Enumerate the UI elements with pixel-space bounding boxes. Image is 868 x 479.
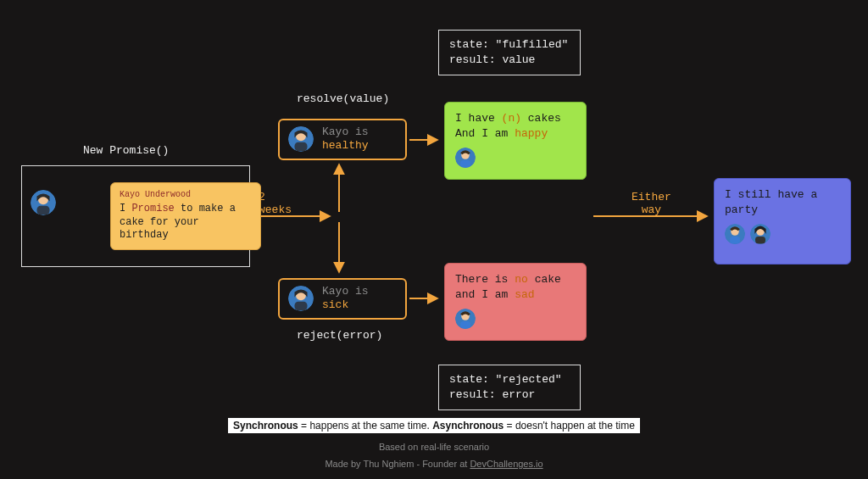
reject-label: reject(error) bbox=[297, 329, 382, 342]
catch-line2: and I am sad bbox=[455, 287, 576, 303]
resolve-label: resolve(value) bbox=[297, 92, 389, 105]
sync-definition: Synchronous = happens at the same time. … bbox=[228, 418, 640, 433]
state-fulfilled-line2: result: value bbox=[449, 53, 570, 68]
promise-speech-bubble: Kayo Underwood I Promise to make a cake … bbox=[110, 182, 261, 250]
state-fulfilled-line1: state: "fulfilled" bbox=[449, 37, 570, 53]
speaker-name: Kayo Underwood bbox=[120, 190, 252, 199]
promise-text: I Promise to make a cake for your birthd… bbox=[120, 203, 252, 242]
new-promise-title: New Promise() bbox=[83, 144, 169, 157]
footer: Synchronous = happens at the same time. … bbox=[0, 418, 868, 469]
catch-card: There is no cake and I am sad bbox=[444, 263, 587, 341]
state-rejected-line2: result: error bbox=[449, 387, 570, 403]
svg-rect-17 bbox=[460, 160, 470, 167]
svg-rect-23 bbox=[730, 237, 740, 243]
resolve-status-box: Kayo ishealthy bbox=[278, 119, 407, 160]
avatar-boy-happy bbox=[455, 148, 476, 168]
finally-line2: party bbox=[725, 203, 840, 218]
svg-rect-8 bbox=[37, 206, 50, 215]
avatar-girl bbox=[750, 224, 771, 244]
footer-scenario: Based on real-life scenario bbox=[0, 442, 868, 452]
catch-line1: There is no cake bbox=[455, 272, 576, 287]
svg-rect-26 bbox=[755, 237, 765, 243]
state-rejected-line1: state: "rejected" bbox=[449, 372, 570, 387]
resolve-status-text: Kayo ishealthy bbox=[322, 125, 369, 153]
then-line1: I have (n) cakes bbox=[455, 111, 576, 126]
label-either-way: Eitherway bbox=[632, 191, 671, 216]
reject-status-box: Kayo issick bbox=[278, 278, 407, 320]
svg-rect-20 bbox=[460, 321, 470, 328]
avatar-kayo bbox=[31, 190, 56, 215]
state-fulfilled-box: state: "fulfilled" result: value bbox=[438, 30, 581, 75]
then-line2: And I am happy bbox=[455, 126, 576, 142]
avatar-boy-sad bbox=[455, 309, 476, 329]
avatar-boy bbox=[725, 224, 745, 244]
footer-credit: Made by Thu Nghiem - Founder at DevChall… bbox=[0, 459, 868, 469]
label-2-weeks: 2weeks bbox=[259, 191, 292, 216]
state-rejected-box: state: "rejected" result: error bbox=[438, 365, 581, 410]
avatar-kayo-healthy bbox=[288, 126, 314, 152]
devchallenges-link[interactable]: DevChallenges.io bbox=[470, 459, 542, 469]
svg-rect-11 bbox=[295, 142, 308, 152]
finally-card: I still have a party bbox=[714, 178, 851, 265]
then-card: I have (n) cakes And I am happy bbox=[444, 102, 587, 180]
svg-rect-14 bbox=[295, 302, 308, 311]
reject-status-text: Kayo issick bbox=[322, 285, 369, 313]
finally-line1: I still have a bbox=[725, 187, 840, 203]
promise-diagram: 2weeks Eitherway New Promise() Kayo Unde… bbox=[0, 0, 868, 479]
avatar-kayo-sick bbox=[288, 286, 314, 311]
